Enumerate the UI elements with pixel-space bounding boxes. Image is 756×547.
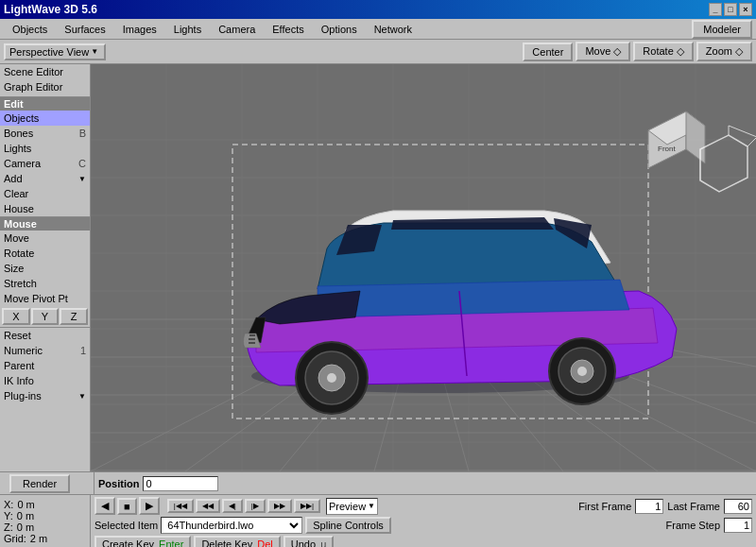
- frame-step-input[interactable]: [724, 518, 752, 533]
- play-pause-button[interactable]: ■: [117, 498, 137, 515]
- titlebar: LightWave 3D 5.6 _ □ ×: [0, 0, 756, 19]
- bottom-main: X: 0 m Y: 0 m Z: 0 m Grid: 2 m ◀ ■ ▶: [0, 495, 756, 547]
- first-frame-input[interactable]: [635, 499, 663, 514]
- position-label: Position: [98, 478, 139, 489]
- minimize-button[interactable]: _: [709, 3, 722, 16]
- grid-label: Grid:: [4, 533, 26, 544]
- y-axis-button[interactable]: Y: [31, 308, 60, 325]
- modeler-button[interactable]: Modeler: [692, 20, 752, 39]
- zoom-button[interactable]: Zoom ◇: [696, 42, 752, 61]
- step-frame-back-button[interactable]: ◀|: [222, 499, 243, 513]
- menubar: Objects Surfaces Images Lights Camera Ef…: [0, 19, 756, 40]
- step-fwd-button[interactable]: ▶▶: [267, 499, 292, 513]
- graph-editor-button[interactable]: Graph Editor: [0, 79, 90, 94]
- menu-tab-objects[interactable]: Objects: [4, 21, 56, 38]
- transport-section: ◀ ■ ▶ |◀◀ ◀◀ ◀| |▶ ▶▶ ▶▶| Preview ▼ Firs…: [91, 495, 756, 547]
- menu-tab-images[interactable]: Images: [114, 21, 165, 38]
- z-label: Z:: [4, 521, 13, 533]
- spline-controls-button[interactable]: Spline Controls: [305, 517, 391, 534]
- sidebar-ik-info[interactable]: IK Info: [0, 373, 90, 388]
- sidebar-objects[interactable]: Objects: [0, 111, 90, 126]
- center-button[interactable]: Center: [523, 43, 573, 61]
- play-button[interactable]: ▶: [139, 497, 160, 515]
- frame-controls-right: First Frame Last Frame: [578, 499, 752, 514]
- viewport[interactable]: Front: [91, 64, 756, 471]
- menu-tab-surfaces[interactable]: Surfaces: [56, 21, 113, 38]
- position-input[interactable]: [143, 476, 218, 491]
- preview-label: Preview: [329, 501, 366, 512]
- x-axis-button[interactable]: X: [2, 308, 30, 325]
- sidebar-camera[interactable]: Camera C: [0, 156, 90, 171]
- menu-tab-network[interactable]: Network: [366, 21, 421, 38]
- edit-label: Edit: [0, 97, 90, 111]
- menu-tab-options[interactable]: Options: [313, 21, 366, 38]
- selected-item-dropdown[interactable]: 64Thunderbird.lwo: [161, 517, 302, 534]
- undo-label: Undo: [291, 538, 316, 547]
- sidebar-lights[interactable]: Lights: [0, 141, 90, 156]
- bottom-panel: Render Position X: 0 m Y: 0 m Z: 0 m Gri…: [0, 471, 756, 547]
- create-key-button[interactable]: Create Key Enter: [94, 536, 191, 547]
- grid-info: Grid: 2 m: [4, 533, 86, 544]
- xyz-row: X Y Z: [0, 306, 90, 327]
- chevron-down-icon: ▼: [91, 47, 98, 56]
- sidebar-house[interactable]: House: [0, 201, 90, 216]
- sidebar-numeric[interactable]: Numeric 1: [0, 343, 90, 358]
- prev-frame-button[interactable]: ◀: [94, 497, 115, 515]
- undo-shortcut: u: [320, 538, 326, 547]
- sidebar-size[interactable]: Size: [0, 261, 90, 276]
- delete-key-shortcut: Del: [257, 538, 273, 547]
- sidebar-rotate[interactable]: Rotate: [0, 246, 90, 261]
- step-back-button[interactable]: ◀◀: [196, 499, 220, 513]
- sidebar-bones[interactable]: Bones B: [0, 126, 90, 141]
- skip-end-button[interactable]: ▶▶|: [294, 499, 320, 513]
- preview-arrow-icon: ▼: [368, 502, 375, 510]
- sidebar-reset[interactable]: Reset: [0, 328, 90, 343]
- z-value: 0 m: [17, 521, 34, 533]
- last-frame-input[interactable]: [724, 499, 752, 514]
- grid-value: 2 m: [30, 533, 47, 544]
- sidebar-clear[interactable]: Clear: [0, 186, 90, 201]
- perspective-view-dropdown[interactable]: Perspective View ▼: [4, 43, 106, 60]
- y-value: 0 m: [17, 510, 34, 521]
- svg-point-42: [577, 367, 587, 376]
- menu-tab-effects[interactable]: Effects: [264, 21, 312, 38]
- sidebar-move[interactable]: Move: [0, 231, 90, 246]
- maximize-button[interactable]: □: [724, 3, 737, 16]
- move-button[interactable]: Move ◇: [576, 42, 630, 61]
- svg-point-38: [327, 373, 336, 383]
- view-toolbar: Perspective View ▼ Center Move ◇ Rotate …: [0, 40, 756, 64]
- delete-key-button[interactable]: Delete Key Del: [194, 536, 280, 547]
- menu-tab-lights[interactable]: Lights: [165, 21, 210, 38]
- sidebar-move-pivot[interactable]: Move Pivot Pt: [0, 291, 90, 306]
- selected-item-label: Selected Item: [94, 520, 158, 531]
- bottom-row1: Render Position: [0, 472, 756, 495]
- x-label: X:: [4, 499, 13, 510]
- step-frame-fwd-button[interactable]: |▶: [245, 499, 266, 513]
- coordinates-panel: X: 0 m Y: 0 m Z: 0 m Grid: 2 m: [0, 495, 91, 547]
- sidebar-parent[interactable]: Parent: [0, 358, 90, 373]
- rotate-button[interactable]: Rotate ◇: [633, 42, 693, 61]
- undo-button[interactable]: Undo u: [284, 536, 334, 547]
- render-section: Render: [4, 472, 94, 495]
- grid-background: Front: [91, 64, 756, 471]
- create-key-shortcut: Enter: [159, 538, 183, 547]
- scene-editor-button[interactable]: Scene Editor: [0, 64, 90, 79]
- z-axis-button[interactable]: Z: [60, 308, 88, 325]
- close-button[interactable]: ×: [739, 3, 752, 16]
- render-button[interactable]: Render: [9, 474, 70, 493]
- y-label: Y:: [4, 510, 13, 521]
- skip-start-button[interactable]: |◀◀: [167, 499, 194, 513]
- sidebar-plugins[interactable]: Plug-ins ▼: [0, 388, 90, 403]
- selected-item-row: Selected Item 64Thunderbird.lwo Spline C…: [94, 517, 752, 534]
- sidebar-stretch[interactable]: Stretch: [0, 276, 90, 291]
- menu-tab-camera[interactable]: Camera: [210, 21, 264, 38]
- titlebar-controls: _ □ ×: [709, 3, 752, 16]
- sidebar-add[interactable]: Add ▼: [0, 171, 90, 186]
- key-row: Create Key Enter Delete Key Del Undo u: [94, 536, 752, 547]
- x-value: 0 m: [17, 499, 34, 510]
- preview-dropdown[interactable]: Preview ▼: [326, 498, 378, 515]
- y-coord: Y: 0 m: [4, 510, 86, 521]
- frame-step-label: Frame Step: [666, 520, 720, 531]
- transport-controls: ◀ ■ ▶ |◀◀ ◀◀ ◀| |▶ ▶▶ ▶▶| Preview ▼ Firs…: [94, 497, 752, 515]
- x-coord: X: 0 m: [4, 499, 86, 510]
